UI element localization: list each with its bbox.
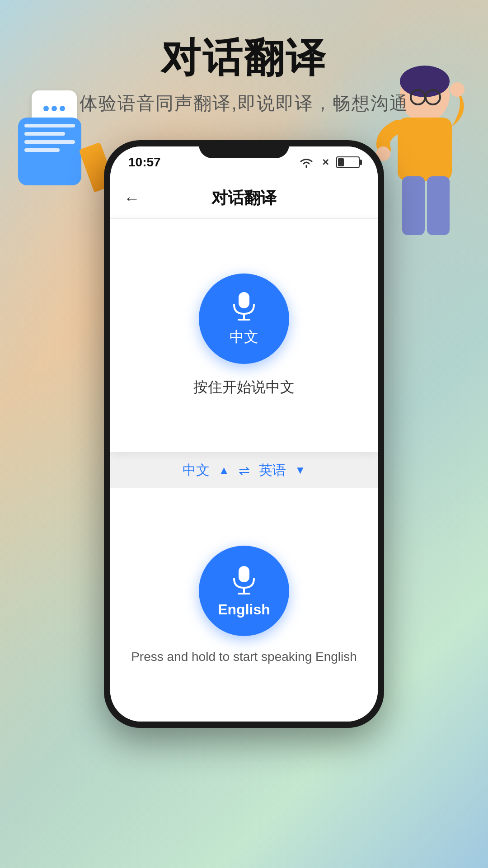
- back-button[interactable]: ←: [124, 189, 140, 208]
- source-lang-label[interactable]: 中文: [183, 461, 210, 480]
- bubble-dot: [43, 106, 49, 111]
- bubble-dot: [60, 106, 65, 111]
- phone-frame: 10:57 ✕ ←: [104, 140, 384, 728]
- svg-rect-10: [239, 292, 249, 308]
- chinese-mic-button[interactable]: 中文: [199, 274, 289, 364]
- subtitle: 体验语音同声翻译,即说即译，畅想沟通: [80, 91, 408, 116]
- list-line: [24, 124, 75, 127]
- status-icons: ✕: [298, 156, 360, 168]
- english-mic-button[interactable]: English: [199, 546, 289, 636]
- list-line: [24, 148, 60, 152]
- microphone-icon-english: [230, 564, 258, 596]
- svg-point-6: [450, 82, 465, 97]
- list-line: [24, 140, 75, 144]
- list-card-icon: [18, 118, 81, 185]
- chinese-instruction: 按住开始说中文: [193, 377, 295, 397]
- top-section: 对话翻译 体验语音同声翻译,即说即译，畅想沟通: [80, 0, 408, 116]
- english-instruction: Press and hold to start speaking English: [131, 650, 357, 664]
- lower-panel-english: English Press and hold to start speaking…: [110, 488, 378, 722]
- target-lang-label[interactable]: 英语: [259, 461, 286, 480]
- main-title: 对话翻译: [80, 36, 408, 80]
- phone-screen: 10:57 ✕ ←: [110, 146, 378, 722]
- upper-panel-chinese: 中文 按住开始说中文: [110, 219, 378, 452]
- status-time: 10:57: [128, 155, 161, 170]
- svg-rect-5: [398, 118, 452, 181]
- bubble-dot: [52, 106, 57, 111]
- english-lang-label: English: [218, 601, 270, 618]
- swap-icon[interactable]: ⇌: [239, 462, 250, 478]
- target-arrow-icon: ▼: [295, 464, 306, 476]
- wifi-icon: [298, 156, 314, 168]
- svg-rect-13: [239, 566, 249, 582]
- microphone-icon: [230, 290, 258, 322]
- svg-rect-8: [427, 176, 450, 235]
- main-container: 对话翻译 体验语音同声翻译,即说即译，畅想沟通: [0, 0, 488, 868]
- phone-mockup: 10:57 ✕ ←: [104, 140, 384, 728]
- signal-x-icon: ✕: [319, 156, 332, 168]
- header-title: 对话翻译: [211, 187, 277, 209]
- svg-rect-7: [402, 176, 425, 235]
- list-line: [24, 132, 65, 136]
- chinese-lang-label: 中文: [230, 327, 258, 347]
- app-header: ← 对话翻译: [110, 178, 378, 219]
- phone-notch: [199, 140, 289, 158]
- lang-switcher-bar: 中文 ▲ ⇌ 英语 ▼: [110, 452, 378, 488]
- source-arrow-icon: ▲: [219, 464, 230, 476]
- battery-level: [338, 158, 344, 166]
- bubble-dots: [43, 106, 65, 111]
- battery-icon: [336, 156, 360, 168]
